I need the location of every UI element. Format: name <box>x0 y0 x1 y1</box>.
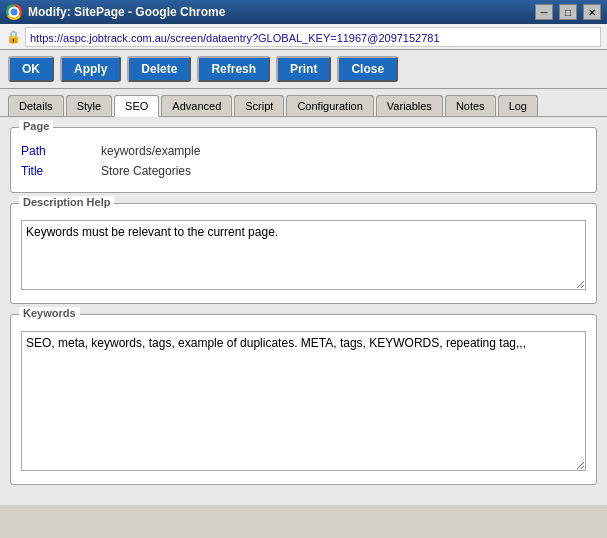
refresh-button[interactable]: Refresh <box>197 56 270 82</box>
apply-button[interactable]: Apply <box>60 56 121 82</box>
chrome-icon <box>6 4 22 20</box>
tab-notes[interactable]: Notes <box>445 95 496 116</box>
maximize-button[interactable]: □ <box>559 4 577 20</box>
window-close-button[interactable]: ✕ <box>583 4 601 20</box>
tab-seo[interactable]: SEO <box>114 95 159 117</box>
toolbar: OK Apply Delete Refresh Print Close <box>0 50 607 89</box>
tabs-bar: Details Style SEO Advanced Script Config… <box>0 89 607 117</box>
minimize-button[interactable]: ─ <box>535 4 553 20</box>
address-bar: 🔒 https://aspc.jobtrack.com.au/screen/da… <box>0 24 607 50</box>
tab-script[interactable]: Script <box>234 95 284 116</box>
window-title: Modify: SitePage - Google Chrome <box>28 5 529 19</box>
keywords-textarea[interactable] <box>21 331 586 471</box>
title-row: Title Store Categories <box>21 162 586 178</box>
lock-icon: 🔒 <box>6 30 21 44</box>
delete-button[interactable]: Delete <box>127 56 191 82</box>
description-textarea[interactable] <box>21 220 586 290</box>
url-field[interactable]: https://aspc.jobtrack.com.au/screen/data… <box>25 27 601 47</box>
close-button[interactable]: Close <box>337 56 398 82</box>
description-group: Description Help <box>10 203 597 304</box>
title-value: Store Categories <box>101 164 191 178</box>
tab-details[interactable]: Details <box>8 95 64 116</box>
title-label: Title <box>21 164 101 178</box>
ok-button[interactable]: OK <box>8 56 54 82</box>
description-group-legend: Description Help <box>19 196 114 208</box>
print-button[interactable]: Print <box>276 56 331 82</box>
page-group: Page Path keywords/example Title Store C… <box>10 127 597 193</box>
path-value: keywords/example <box>101 144 200 158</box>
tab-variables[interactable]: Variables <box>376 95 443 116</box>
keywords-group-legend: Keywords <box>19 307 80 319</box>
path-row: Path keywords/example <box>21 136 586 158</box>
keywords-group: Keywords <box>10 314 597 485</box>
path-label: Path <box>21 144 101 158</box>
main-content: Page Path keywords/example Title Store C… <box>0 117 607 505</box>
tab-log[interactable]: Log <box>498 95 538 116</box>
tab-advanced[interactable]: Advanced <box>161 95 232 116</box>
tab-configuration[interactable]: Configuration <box>286 95 373 116</box>
tab-style[interactable]: Style <box>66 95 112 116</box>
page-group-legend: Page <box>19 120 53 132</box>
title-bar: Modify: SitePage - Google Chrome ─ □ ✕ <box>0 0 607 24</box>
